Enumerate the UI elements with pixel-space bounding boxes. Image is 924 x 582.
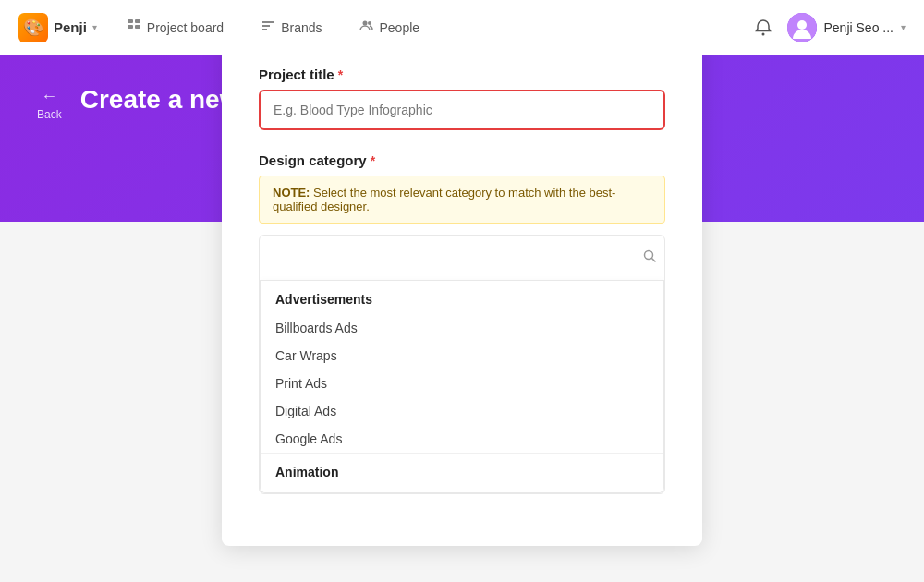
required-star-title: * bbox=[338, 67, 343, 82]
search-icon bbox=[642, 249, 657, 267]
brand-icon: 🎨 bbox=[18, 13, 48, 42]
svg-point-4 bbox=[362, 20, 367, 25]
form-card: Project title * Design category * NOTE: … bbox=[222, 37, 702, 546]
nav-item-brands[interactable]: Brands bbox=[253, 15, 329, 41]
avatar bbox=[787, 13, 817, 42]
brand-logo-area[interactable]: 🎨 Penji ▾ bbox=[18, 13, 97, 42]
svg-rect-0 bbox=[128, 19, 133, 23]
category-dropdown: Advertisements Billboards Ads Car Wraps … bbox=[259, 235, 665, 494]
brands-label: Brands bbox=[281, 20, 322, 35]
design-category-label: Design category * bbox=[259, 152, 665, 168]
svg-point-8 bbox=[797, 20, 807, 30]
category-list: Advertisements Billboards Ads Car Wraps … bbox=[260, 281, 664, 493]
back-label: Back bbox=[37, 108, 62, 121]
navbar-right: Penji Seo ... ▾ bbox=[754, 13, 906, 42]
required-star-category: * bbox=[371, 153, 375, 168]
list-item[interactable]: 2d Animated cover photos bbox=[261, 487, 663, 493]
notification-bell-button[interactable] bbox=[754, 18, 772, 37]
svg-point-5 bbox=[368, 21, 371, 25]
svg-point-6 bbox=[761, 32, 764, 35]
svg-rect-1 bbox=[135, 19, 140, 23]
list-item[interactable]: Billboards Ads bbox=[261, 314, 663, 342]
brand-name: Penji bbox=[54, 19, 87, 35]
category-group-header-animation: Animation bbox=[261, 453, 663, 487]
user-chevron-icon: ▾ bbox=[901, 22, 906, 32]
note-text: Select the most relevant category to mat… bbox=[273, 186, 615, 213]
category-group-header-advertisements: Advertisements bbox=[261, 281, 663, 314]
back-arrow-icon: ← bbox=[41, 87, 57, 106]
navbar: 🎨 Penji ▾ Project board Brands People bbox=[0, 0, 924, 55]
design-category-field: Design category * NOTE: Select the most … bbox=[259, 152, 665, 494]
nav-item-people[interactable]: People bbox=[352, 15, 428, 41]
category-note: NOTE: Select the most relevant category … bbox=[259, 176, 665, 224]
project-title-input[interactable] bbox=[259, 90, 665, 130]
brands-icon bbox=[261, 18, 275, 37]
category-search-area bbox=[260, 236, 664, 281]
project-board-icon bbox=[127, 18, 141, 37]
project-title-label: Project title * bbox=[259, 67, 665, 82]
nav-item-project-board[interactable]: Project board bbox=[119, 15, 231, 41]
project-title-field: Project title * bbox=[259, 67, 665, 130]
svg-rect-2 bbox=[128, 25, 133, 29]
user-menu[interactable]: Penji Seo ... ▾ bbox=[787, 13, 906, 42]
brand-chevron-icon: ▾ bbox=[92, 22, 97, 32]
back-button[interactable]: ← Back bbox=[37, 87, 62, 121]
category-group-advertisements: Advertisements Billboards Ads Car Wraps … bbox=[261, 281, 663, 453]
people-label: People bbox=[380, 20, 420, 35]
svg-line-10 bbox=[652, 259, 656, 262]
category-search-input[interactable] bbox=[267, 239, 657, 276]
people-icon bbox=[359, 18, 374, 37]
project-board-label: Project board bbox=[147, 20, 224, 35]
user-name-label: Penji Seo ... bbox=[824, 20, 894, 35]
svg-rect-3 bbox=[135, 25, 140, 29]
navbar-left: 🎨 Penji ▾ Project board Brands People bbox=[18, 13, 754, 42]
list-item[interactable]: Car Wraps bbox=[261, 342, 663, 370]
main-content: Project title * Design category * NOTE: … bbox=[0, 129, 924, 582]
category-group-animation: Animation 2d Animated cover photos 2d An… bbox=[261, 453, 663, 493]
list-item[interactable]: Digital Ads bbox=[261, 397, 663, 425]
list-item[interactable]: Google Ads bbox=[261, 425, 663, 453]
list-item[interactable]: Print Ads bbox=[261, 370, 663, 397]
